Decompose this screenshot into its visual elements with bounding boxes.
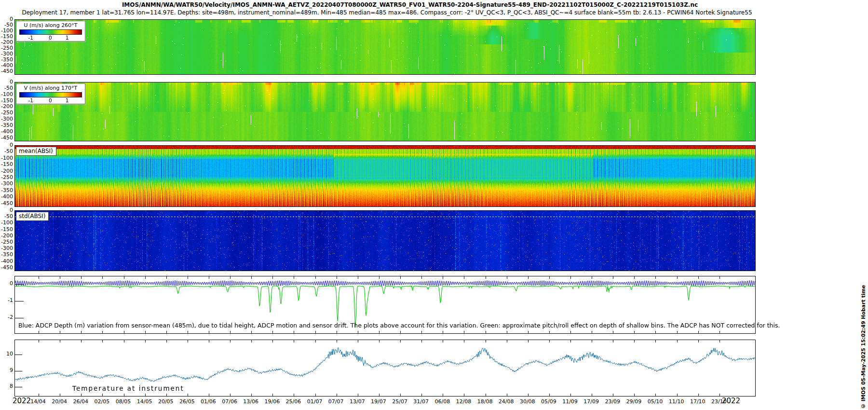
colorbar-tick-label: -1 [28, 97, 33, 103]
temperature-tick-label: 9 [10, 368, 13, 373]
date-tick-label: 19/06 [264, 398, 280, 405]
date-tick-label: 19/07 [371, 398, 386, 405]
u-colorbar-ticks: -101 [16, 35, 85, 41]
date-tick-label: 08/05 [116, 398, 131, 405]
date-tick-label: 13/07 [350, 398, 365, 405]
date-tick-label: 05/09 [541, 398, 556, 405]
depth-tick-label: 0 [10, 207, 13, 213]
colorbar-tick-label: 1 [66, 35, 69, 41]
depth-tick-label: -450 [1, 68, 13, 74]
date-tick-label: 07/06 [222, 398, 237, 405]
figure-root: IMOS/ANMN/WA/WATR50/Velocity/IMOS_ANMN-W… [0, 0, 868, 410]
temperature-tick-label: 10 [6, 351, 13, 357]
date-tick-label: 14/05 [137, 398, 152, 405]
colorbar-tick-label: -1 [28, 35, 33, 41]
v-colorbar-legend: V (m/s) along 170°T -101 [16, 83, 85, 104]
date-tick-label: 06/08 [434, 398, 450, 405]
mean-absi-heatmap [15, 146, 755, 206]
depth-tick-label: 0 [10, 79, 13, 85]
date-tick-label: 01/06 [201, 398, 216, 405]
depth-tick-label: -400 [1, 129, 13, 135]
std-absi-depth-axis: 0-50-100-150-200-250-300-350-400-450 [0, 210, 14, 270]
date-tick-label: 17/10 [690, 398, 705, 405]
depth-variation-caption: Blue: ADCP Depth (m) variation from sens… [18, 322, 780, 329]
date-tick-label: 11/10 [669, 398, 684, 405]
date-tick-label: 02/05 [95, 398, 110, 405]
date-tick-label: 12/08 [456, 398, 472, 405]
date-tick-label: 11/09 [562, 398, 578, 405]
depth-tick-label: -300 [1, 181, 13, 187]
depth-tick-label: -50 [4, 85, 13, 91]
depth-variation-tick-label: -2 [8, 314, 13, 320]
v-colorbar-title: V (m/s) along 170°T [16, 84, 85, 92]
date-tick-label: 20/05 [158, 398, 174, 405]
figure-subtitle: Deployment 17, member 1 lat=31.76S lon=1… [14, 9, 760, 16]
depth-tick-label: -150 [1, 227, 13, 232]
v-colorbar-ticks: -101 [16, 97, 85, 104]
temperature-tick-label: 8 [10, 383, 13, 389]
date-tick-label: 31/07 [413, 398, 429, 405]
date-tick-label: 18/08 [477, 398, 493, 405]
depth-tick-label: -450 [1, 201, 13, 206]
depth-tick-label: -150 [1, 162, 13, 167]
u-colorbar-gradient [19, 29, 82, 35]
u-velocity-heatmap [15, 20, 755, 74]
date-tick-label: 24/08 [499, 398, 514, 405]
u-depth-axis: 0-50-100-150-200-250-300-350-400-450 [0, 19, 14, 74]
depth-tick-label: -200 [1, 104, 13, 109]
panel-v-velocity [14, 82, 756, 141]
date-tick-label: 26/05 [179, 398, 195, 405]
depth-tick-label: -400 [1, 259, 13, 264]
depth-tick-label: -450 [1, 135, 13, 141]
colorbar-tick-label: 0 [49, 97, 52, 103]
date-tick-label: 23/09 [605, 398, 620, 405]
temperature-label: Temperature at instrument [72, 384, 184, 392]
date-tick-label: 29/09 [626, 398, 642, 405]
date-tick-label: 23/10 [711, 398, 727, 405]
std-absi-label: std(ABSI) [16, 212, 49, 221]
x-axis-dates: 2022 2022 14/0420/0426/0402/0508/0514/05… [0, 397, 868, 407]
depth-tick-label: -350 [1, 252, 13, 258]
v-depth-axis: 0-50-100-150-200-250-300-350-400-450 [0, 82, 14, 140]
depth-tick-label: -300 [1, 246, 13, 251]
depth-tick-label: -300 [1, 116, 13, 122]
u-colorbar-title: U (m/s) along 260°T [16, 22, 85, 29]
depth-tick-label: -100 [1, 220, 13, 226]
date-tick-label: 25/07 [392, 398, 407, 405]
v-velocity-heatmap [15, 82, 755, 141]
depth-tick-label: -50 [4, 214, 13, 219]
std-absi-heatmap [15, 211, 755, 271]
date-tick-label: 25/06 [286, 398, 301, 405]
figure-title: IMOS/ANMN/WA/WATR50/Velocity/IMOS_ANMN-W… [48, 1, 772, 8]
mean-absi-depth-axis: 0-50-100-150-200-250-300-350-400-450 [0, 145, 14, 206]
colorbar-tick-label: 0 [49, 35, 52, 41]
depth-tick-label: -400 [1, 194, 13, 200]
depth-tick-label: -450 [1, 265, 13, 271]
depth-tick-label: -200 [1, 168, 13, 174]
date-tick-label: 26/04 [73, 398, 88, 405]
date-tick-label: 01/07 [307, 398, 323, 405]
depth-tick-label: -200 [1, 233, 13, 239]
date-tick-label: 20/04 [52, 398, 67, 405]
depth-tick-label: -250 [1, 110, 13, 116]
depth-tick-label: -50 [4, 149, 13, 154]
date-tick-label: 05/10 [648, 398, 663, 405]
colorbar-tick-label: 1 [66, 97, 69, 103]
depth-tick-label: -350 [1, 188, 13, 193]
depth-tick-label: -150 [1, 98, 13, 104]
imos-watermark: © IMOS 05-May-2025 15:02:49 Hobart time [860, 216, 866, 409]
depth-variation-axis: 0-1-2 [0, 276, 14, 333]
depth-tick-label: -100 [1, 92, 13, 97]
date-tick-label: 17/09 [583, 398, 599, 405]
temperature-axis: 1098 [0, 340, 14, 396]
v-colorbar-gradient [19, 92, 82, 97]
depth-variation-tick-label: -1 [8, 298, 13, 303]
date-tick-label: 07/07 [328, 398, 344, 405]
date-tick-label: 14/04 [30, 398, 46, 405]
date-tick-label: 13/06 [243, 398, 258, 405]
panel-mean-absi [14, 145, 756, 207]
panel-u-velocity [14, 19, 756, 75]
depth-tick-label: -250 [1, 175, 13, 180]
depth-tick-label: -250 [1, 239, 13, 245]
date-tick-label: 30/08 [520, 398, 535, 405]
